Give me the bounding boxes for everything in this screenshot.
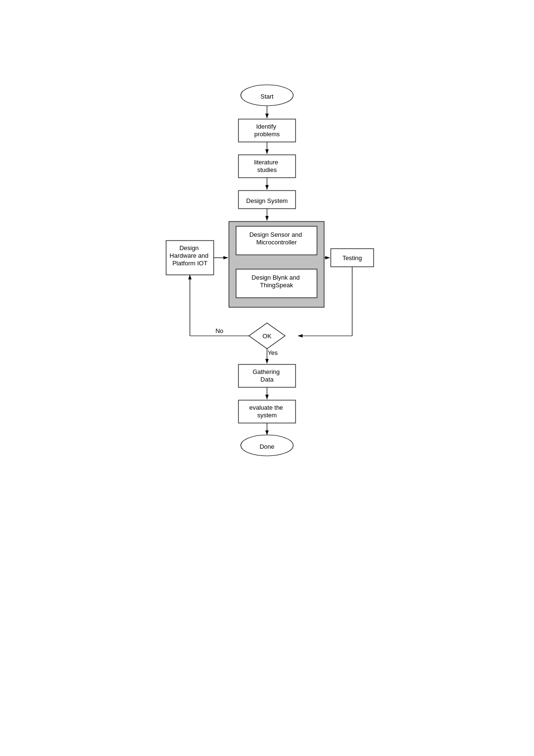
flowchart-svg: Start Identify problems literature studi… — [129, 76, 405, 553]
yes-label: Yes — [267, 349, 278, 356]
start-label: Start — [260, 93, 274, 100]
no-label: No — [216, 327, 224, 334]
design-system-label: Design System — [246, 197, 287, 204]
literature-label: literature studies — [254, 159, 280, 173]
ok-label: OK — [263, 333, 272, 340]
testing-label: Testing — [342, 254, 362, 262]
sensor-label: Design Sensor and Microcontroller — [249, 231, 304, 246]
done-label: Done — [259, 443, 274, 450]
flowchart-container: Start Identify problems literature studi… — [124, 76, 410, 553]
identify-label: Identify problems — [254, 123, 280, 138]
